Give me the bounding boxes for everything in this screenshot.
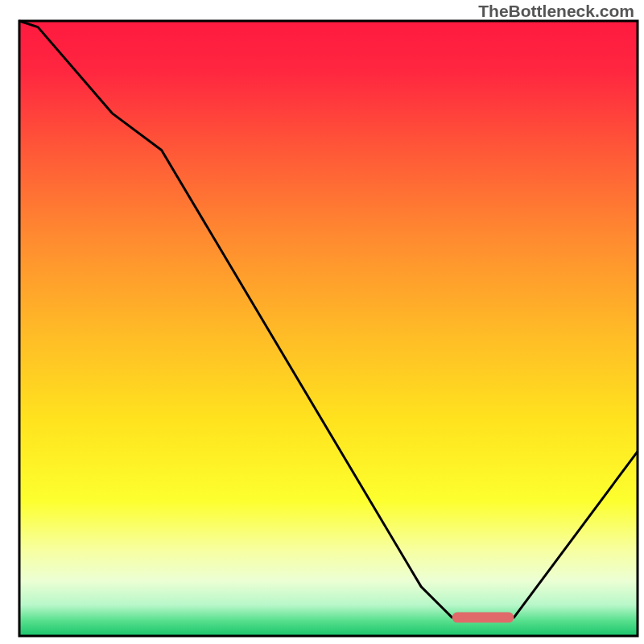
watermark-label: TheBottleneck.com — [478, 2, 634, 21]
bottleneck-chart — [0, 0, 644, 644]
optimal-range-marker — [452, 613, 514, 623]
chart-container: TheBottleneck.com — [0, 0, 644, 644]
